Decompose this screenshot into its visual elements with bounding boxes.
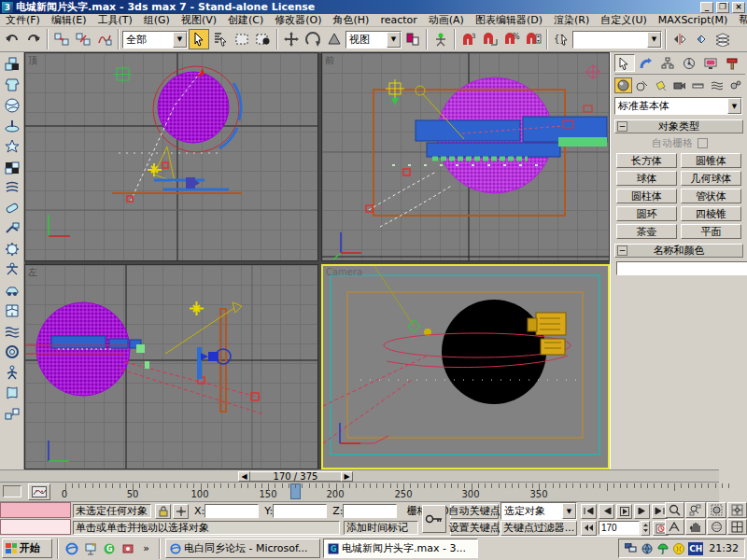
named-selection-sets-icon[interactable]: {}: [551, 29, 571, 49]
dropdown-arrow-icon[interactable]: ▼: [173, 32, 187, 48]
reactor-capsule-icon[interactable]: [2, 198, 21, 217]
rectangular-selection-region-icon[interactable]: [232, 29, 252, 49]
menu-reactor[interactable]: reactor: [374, 14, 422, 27]
category-shapes[interactable]: [633, 77, 651, 93]
category-helpers[interactable]: [689, 77, 707, 93]
reactor-motor-icon[interactable]: [2, 239, 21, 259]
window-crossing-icon[interactable]: [253, 29, 274, 49]
time-slider-track[interactable]: ◀ 170 / 375 ▶: [0, 469, 719, 483]
keyframe-marker[interactable]: [127, 196, 133, 202]
select-move-icon[interactable]: [281, 29, 302, 49]
reactor-water-icon[interactable]: [2, 116, 21, 135]
text-mesh-blue[interactable]: [416, 120, 520, 141]
select-by-name-icon[interactable]: [210, 29, 231, 49]
reference-coordinate-dropdown[interactable]: 视图 ▼: [345, 31, 402, 49]
start-button[interactable]: 开始: [2, 539, 52, 558]
box-button[interactable]: 长方体: [616, 153, 677, 168]
spinner-snap-icon[interactable]: [523, 29, 543, 49]
taskbar-task-3dsmax[interactable]: G 电城新闻片头字.max - 3...: [323, 539, 478, 558]
menu-modifiers[interactable]: 修改器(O): [269, 14, 327, 27]
object-type-rollout[interactable]: − 对象类型: [614, 119, 743, 133]
maximize-viewport-toggle-icon[interactable]: [727, 519, 747, 535]
object-name-input[interactable]: [616, 261, 747, 275]
reactor-hinge-icon[interactable]: [2, 218, 21, 238]
geosphere-button[interactable]: 几何球体: [681, 171, 741, 186]
viewport-top-label[interactable]: 顶: [28, 54, 37, 67]
set-keys-button[interactable]: [422, 505, 446, 533]
current-frame-input[interactable]: [599, 521, 640, 535]
tray-network-icon[interactable]: [625, 542, 637, 554]
mini-curve-editor-button[interactable]: [28, 483, 50, 500]
cone-button[interactable]: 圆锥体: [681, 153, 741, 168]
restore-button[interactable]: ❐: [716, 2, 729, 13]
menu-file[interactable]: 文件(F): [0, 14, 46, 27]
quicklaunch-ie-icon[interactable]: [63, 540, 79, 556]
menu-group[interactable]: 组(G): [138, 14, 176, 27]
next-frame-arrow[interactable]: ▶: [341, 471, 353, 482]
selection-lock-button[interactable]: [155, 504, 171, 519]
quicklaunch-browser-icon[interactable]: G: [101, 540, 117, 556]
viewport-left[interactable]: 左: [24, 264, 318, 469]
redo-icon[interactable]: [23, 29, 44, 49]
menu-maxscript[interactable]: MAXScript(M): [653, 14, 734, 27]
reactor-cloth-collection-icon[interactable]: [2, 75, 21, 94]
viewport-camera[interactable]: Camera: [321, 264, 610, 469]
torus-button[interactable]: 圆环: [616, 206, 677, 221]
close-button[interactable]: ×: [732, 2, 745, 13]
angle-snap-icon[interactable]: [480, 29, 500, 49]
reactor-rigidbody-collection-icon[interactable]: [2, 54, 21, 74]
time-slider-handle[interactable]: ◀ 170 / 375 ▶: [238, 471, 353, 482]
reactor-constraint-icon[interactable]: [2, 136, 21, 156]
set-key-button[interactable]: 设置关键点: [450, 521, 499, 536]
cylinder-button[interactable]: 圆柱体: [616, 189, 677, 203]
undo-icon[interactable]: [2, 29, 22, 49]
select-scale-icon[interactable]: [324, 29, 345, 49]
dropdown-arrow-icon[interactable]: ▼: [562, 503, 576, 519]
select-object-button[interactable]: [189, 29, 209, 49]
add-time-tag[interactable]: 添加时间标记: [344, 521, 418, 535]
menu-tools[interactable]: 工具(T): [92, 14, 137, 27]
category-cameras[interactable]: [670, 77, 688, 93]
layer-manager-icon[interactable]: [712, 29, 733, 49]
menu-customize[interactable]: 自定义(U): [595, 14, 653, 27]
autogrid-checkbox[interactable]: [698, 138, 708, 148]
category-geometry[interactable]: [614, 77, 632, 93]
previous-frame-arrow[interactable]: ◀: [238, 471, 250, 482]
teapot-button[interactable]: 茶壶: [616, 224, 677, 239]
menu-graph-editors[interactable]: 图表编辑器(D): [470, 14, 548, 27]
reactor-ragdoll-icon[interactable]: [2, 362, 21, 382]
align-icon[interactable]: [691, 29, 712, 49]
use-pivot-center-icon[interactable]: [402, 29, 423, 49]
key-selection-dropdown[interactable]: 选定对象 ▼: [500, 502, 577, 520]
named-selection-dropdown[interactable]: ▼: [572, 31, 662, 49]
dropdown-arrow-icon[interactable]: ▼: [387, 32, 401, 48]
minimize-button[interactable]: _: [700, 2, 713, 13]
arc-rotate-icon[interactable]: [707, 519, 726, 535]
language-indicator[interactable]: CH: [688, 542, 703, 555]
keyframe-marker[interactable]: [403, 169, 410, 175]
tab-motion[interactable]: [679, 54, 699, 72]
select-rotate-icon[interactable]: [303, 29, 323, 49]
reactor-wind-icon[interactable]: [2, 259, 21, 279]
sphere-button[interactable]: 球体: [616, 171, 677, 186]
viewport-top[interactable]: 顶: [24, 52, 318, 261]
reactor-checker-icon[interactable]: [2, 157, 21, 176]
reactor-knot-icon[interactable]: [2, 342, 21, 361]
next-frame-button[interactable]: [634, 504, 650, 519]
maxscript-mini-listener-macro[interactable]: [0, 502, 71, 518]
quicklaunch-show-desktop-icon[interactable]: [82, 540, 98, 556]
menu-edit[interactable]: 编辑(E): [46, 14, 92, 27]
keyframe-marker[interactable]: [366, 205, 373, 212]
snap-toggle-3d-icon[interactable]: 3: [458, 29, 479, 49]
taskbar-task-browser[interactable]: 电白同乡论坛 - Microsof...: [165, 539, 320, 558]
auto-key-button[interactable]: 自动关键点: [450, 504, 499, 519]
reactor-fracture-icon[interactable]: [2, 301, 21, 320]
go-to-start-button[interactable]: [581, 504, 597, 519]
menu-animation[interactable]: 动画(A): [423, 14, 470, 27]
menu-help[interactable]: 帮助(H): [733, 14, 747, 27]
primitive-type-dropdown[interactable]: 标准基本体 ▼: [614, 97, 742, 115]
quicklaunch-chevron-icon[interactable]: »: [138, 540, 154, 556]
tab-utilities[interactable]: [722, 54, 742, 72]
tab-modify[interactable]: [636, 54, 656, 72]
maxscript-mini-listener-script[interactable]: [0, 519, 71, 535]
